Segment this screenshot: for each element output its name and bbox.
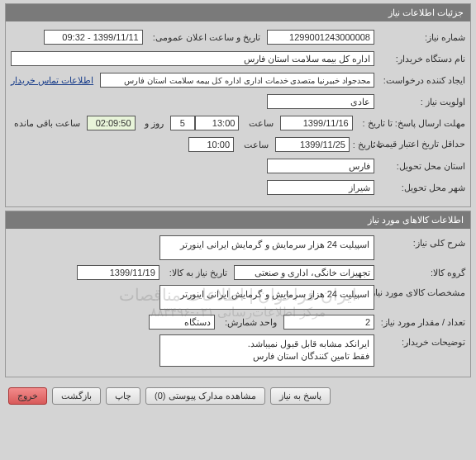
field-need-date: 1399/11/19 [77,265,159,280]
label-buyer-notes: توضیحات خریدار: [374,334,465,348]
panel-header: جزئیات اطلاعات نیاز [6,4,470,21]
panel-body-2: ایران فراخوان | اطلاعات مناقصات مرکز اطل… [6,229,470,377]
label-remaining: ساعت باقی مانده [11,118,80,129]
field-province: فارس [267,159,374,173]
field-general-desc: اسپیلیت 24 هزار سرمایش و گرمایش ایرانی ا… [159,235,374,260]
label-goods-spec: مشخصات کالای مورد نیاز: [374,285,465,298]
action-buttons: پاسخ به نیاز مشاهده مدارک پیوستی (0) چاپ… [0,381,476,415]
label-to-date: تا تاریخ : [350,140,383,150]
label-city: شهر محل تحویل: [374,183,465,193]
label-province: استان محل تحویل: [374,161,465,172]
field-requester: مجدجواد خبیرنیا متصدی خدمات اداری اداره … [100,73,374,88]
label-hour-2: ساعت [240,140,269,150]
field-qty: 2 [283,315,374,330]
label-min-credit: حداقل تاریخ اعتبار قیمت: [383,139,465,149]
label-need-date: تاریخ نیاز به کالا: [166,268,227,278]
label-hour-1: ساعت [245,118,274,129]
field-buyer-org: اداره کل بیمه سلامت استان فارس [11,51,374,66]
field-buyer-notes: ایرانکد مشابه قابل قبول نمیباشد. فقط تام… [159,334,374,367]
panel-body: شماره نیاز: 1299001243000008 تاریخ و ساع… [6,21,470,206]
label-general-desc: شرح کلی نیاز: [374,235,465,249]
exit-button[interactable]: خروج [8,387,47,405]
field-unit: دستگاه [149,315,215,330]
label-day-and: روز و [141,118,164,129]
field-goods-group: تجهیزات خانگی، اداری و صنعتی [234,265,374,280]
field-need-no: 1299001243000008 [267,30,374,45]
goods-info-panel: اطلاعات کالاهای مورد نیاز ایران فراخوان … [5,211,471,377]
label-need-no: شماره نیاز: [374,32,465,43]
attachments-button[interactable]: مشاهده مدارک پیوستی (0) [145,387,265,405]
reply-button[interactable]: پاسخ به نیاز [270,387,331,405]
label-goods-group: گروه کالا: [374,268,465,278]
field-credit-time: 10:00 [188,137,234,152]
label-priority: اولویت نیاز : [374,97,465,107]
label-buyer-org: نام دستگاه خریدار: [374,54,465,64]
need-details-panel: جزئیات اطلاعات نیاز شماره نیاز: 12990012… [5,3,471,207]
field-announce: 1399/11/11 - 09:32 [44,30,143,45]
label-deadline: مهلت ارسال پاسخ: تا تاریخ : [353,118,465,129]
print-button[interactable]: چاپ [106,387,140,405]
field-deadline-time: 13:00 [195,116,240,130]
field-priority: عادی [267,94,374,109]
field-deadline-date: 1399/11/16 [280,116,353,130]
field-goods-spec: اسپیلیت 24 هزار سرمایش و گرمایش ایرانی ا… [159,285,374,310]
panel-header-2: اطلاعات کالاهای مورد نیاز [6,211,470,229]
back-button[interactable]: بازگشت [52,387,101,405]
label-requester: ایجاد کننده درخواست: [374,75,465,86]
label-announce: تاریخ و ساعت اعلان عمومی: [150,32,260,43]
field-remaining-time: 02:09:50 [87,116,136,130]
field-city: شیراز [267,180,374,195]
panel-title: جزئیات اطلاعات نیاز [388,7,464,18]
label-qty: تعداد / مقدار مورد نیاز: [374,317,465,328]
field-credit-date: 1399/11/25 [275,137,350,152]
field-remaining-days: 5 [170,116,194,130]
buyer-contact-link[interactable]: اطلاعات تماس خریدار [11,75,93,86]
label-unit: واحد شمارش: [221,317,277,328]
panel-title-2: اطلاعات کالاهای مورد نیاز [368,215,464,225]
